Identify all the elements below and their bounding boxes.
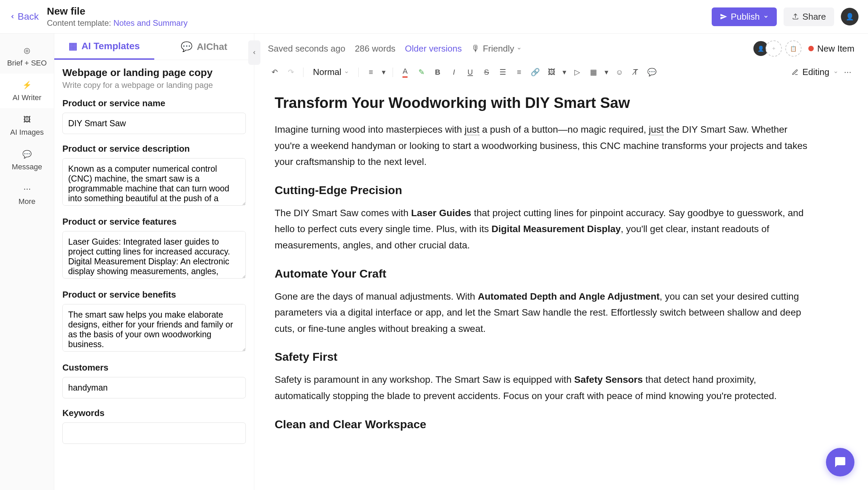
older-versions-link[interactable]: Older versions <box>405 43 462 54</box>
tab-ai-templates[interactable]: ▦ AI Templates <box>54 34 154 60</box>
paragraph: Imagine turning wood into masterpieces w… <box>275 121 810 170</box>
chevron-down-icon <box>517 46 521 51</box>
doc-h1: Transform Your Woodworking with DIY Smar… <box>275 94 810 111</box>
keywords-input[interactable] <box>62 422 246 444</box>
paragraph: Safety is paramount in any workshop. The… <box>275 372 810 404</box>
file-title: New file <box>47 5 188 17</box>
image-icon: 🖼 <box>22 114 33 125</box>
text-color-button[interactable]: A <box>398 65 412 79</box>
chat-bubble-icon: 💬 <box>181 41 193 52</box>
templates-panel: ▦ AI Templates 💬 AIChat Webpage or landi… <box>54 34 254 490</box>
bold-button[interactable]: B <box>431 65 445 79</box>
publish-button[interactable]: Publish <box>712 7 776 26</box>
tab-ai-chat[interactable]: 💬 AIChat <box>154 34 254 60</box>
target-icon: ◎ <box>22 45 33 56</box>
sidebar-item-message[interactable]: 💬 Message <box>0 143 54 177</box>
doc-h2: Cutting-Edge Precision <box>275 184 810 197</box>
bullet-list-button[interactable]: ☰ <box>496 65 510 79</box>
paragraph: Gone are the days of manual adjustments.… <box>275 288 810 337</box>
chat-icon: 💬 <box>22 149 33 160</box>
doc-h2: Clean and Clear Workspace <box>275 418 810 431</box>
link-button[interactable]: 🔗 <box>529 65 542 79</box>
customers-input[interactable] <box>62 377 246 398</box>
collapse-panel-button[interactable] <box>248 40 260 65</box>
bolt-icon: ⚡ <box>22 80 33 91</box>
sidebar-nav: ◎ Brief + SEO ⚡ AI Writer 🖼 AI Images 💬 … <box>0 34 54 490</box>
chevron-down-icon <box>344 70 349 75</box>
features-label: Product or service features <box>62 216 246 227</box>
app-header: Back New file Content template: Notes an… <box>0 0 868 34</box>
align-dropdown[interactable]: ▾ <box>380 65 387 79</box>
template-heading: Webpage or landing page copy <box>62 67 246 78</box>
back-label: Back <box>18 11 39 22</box>
name-input[interactable] <box>62 113 246 134</box>
chevron-down-icon <box>763 14 769 19</box>
highlight-button[interactable]: ✎ <box>415 65 428 79</box>
share-button[interactable]: Share <box>784 7 834 26</box>
tone-selector[interactable]: 🎙 Friendly <box>471 43 521 54</box>
desc-input[interactable]: Known as a computer numerical control (C… <box>62 158 246 206</box>
add-collaborator-icon[interactable]: + <box>766 40 782 57</box>
benefits-label: Product or service benefits <box>62 289 246 300</box>
table-dropdown[interactable]: ▾ <box>603 65 610 79</box>
more-toolbar-button[interactable]: ⋯ <box>841 65 854 79</box>
align-button[interactable]: ≡ <box>364 65 378 79</box>
status-dot-icon <box>808 46 814 51</box>
editing-mode-select[interactable]: Editing <box>792 67 839 77</box>
chevron-down-icon <box>833 70 838 75</box>
templates-icon: ▦ <box>68 40 77 52</box>
number-list-button[interactable]: ≡ <box>512 65 526 79</box>
pencil-icon <box>792 69 798 76</box>
doc-h2: Safety First <box>275 350 810 363</box>
clear-format-button[interactable]: T̸ <box>629 65 643 79</box>
new-item-status[interactable]: New Item <box>808 43 854 54</box>
italic-button[interactable]: I <box>447 65 461 79</box>
emoji-button[interactable]: ☺ <box>613 65 626 79</box>
add-item-icon[interactable]: 📋 <box>785 40 802 57</box>
style-select[interactable]: Normal <box>309 64 353 80</box>
features-input[interactable]: Laser Guides: Integrated laser guides to… <box>62 231 246 279</box>
strike-button[interactable]: S <box>480 65 493 79</box>
editor-pane: Saved seconds ago 286 words Older versio… <box>254 34 868 490</box>
user-avatar[interactable]: 👤 <box>841 8 859 25</box>
desc-label: Product or service description <box>62 144 246 154</box>
editor-content[interactable]: Transform Your Woodworking with DIY Smar… <box>254 84 831 490</box>
sidebar-item-more[interactable]: ⋯ More <box>0 177 54 212</box>
chat-icon <box>834 456 846 468</box>
chevron-left-icon <box>9 14 16 20</box>
template-sub: Write copy for a webpage or landing page <box>62 80 246 90</box>
back-button[interactable]: Back <box>9 11 39 22</box>
file-subtitle: Content template: Notes and Summary <box>47 18 188 28</box>
sidebar-item-brief-seo[interactable]: ◎ Brief + SEO <box>0 39 54 74</box>
underline-button[interactable]: U <box>463 65 477 79</box>
video-button[interactable]: ▷ <box>571 65 584 79</box>
undo-button[interactable]: ↶ <box>268 65 281 79</box>
redo-button[interactable]: ↷ <box>284 65 298 79</box>
table-button[interactable]: ▦ <box>587 65 600 79</box>
sidebar-item-ai-writer[interactable]: ⚡ AI Writer <box>0 74 54 108</box>
paragraph: The DIY Smart Saw comes with Laser Guide… <box>275 205 810 253</box>
intercom-launcher[interactable] <box>826 448 854 476</box>
save-status: Saved seconds ago <box>268 43 345 54</box>
image-button[interactable]: 🖼 <box>545 65 558 79</box>
template-link[interactable]: Notes and Summary <box>113 18 188 27</box>
word-count: 286 words <box>355 43 395 54</box>
customers-label: Customers <box>62 362 246 373</box>
benefits-input[interactable]: The smart saw helps you make elaborate d… <box>62 304 246 352</box>
image-dropdown[interactable]: ▾ <box>561 65 568 79</box>
doc-h2: Automate Your Craft <box>275 267 810 280</box>
comment-button[interactable]: 💬 <box>645 65 659 79</box>
send-icon <box>720 13 727 20</box>
upload-icon <box>792 13 799 20</box>
sidebar-item-ai-images[interactable]: 🖼 AI Images <box>0 108 54 143</box>
chevron-left-icon <box>252 50 257 55</box>
keywords-label: Keywords <box>62 408 246 418</box>
name-label: Product or service name <box>62 98 246 109</box>
collaborator-avatars[interactable]: 👤 + <box>756 40 782 57</box>
mic-icon: 🎙 <box>471 43 480 54</box>
editor-toolbar: ↶ ↷ Normal ≡ ▾ A ✎ B I U S ☰ ≡ 🔗 <box>254 60 868 84</box>
more-icon: ⋯ <box>22 184 33 194</box>
